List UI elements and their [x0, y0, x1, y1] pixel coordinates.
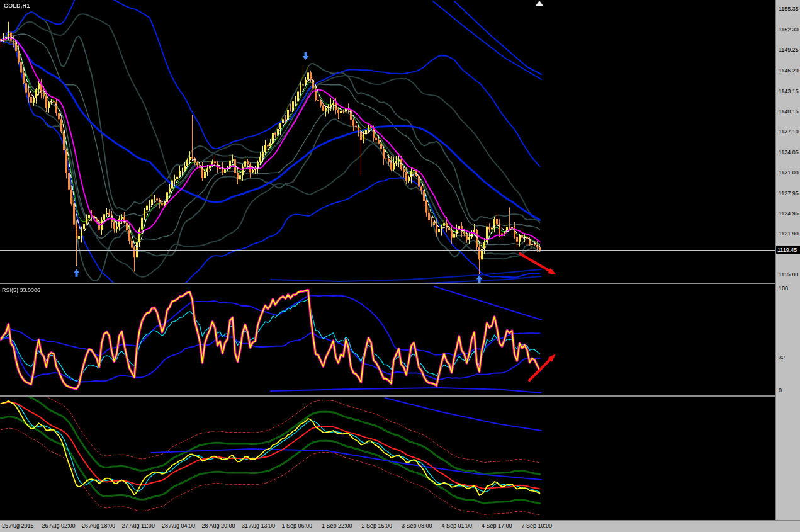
time-scale-label: 26 Aug 18:00 [82, 523, 115, 529]
time-scale[interactable]: 25 Aug 201526 Aug 02:0026 Aug 18:0027 Au… [0, 520, 800, 532]
time-scale-label: 26 Aug 02:00 [42, 523, 76, 529]
time-scale-label: 27 Aug 11:00 [122, 523, 155, 529]
time-scale-label: 3 Sep 08:00 [402, 523, 432, 529]
price-scale-label: 1121.90 [779, 230, 799, 237]
price-scale-label: 1131.00 [779, 169, 799, 176]
time-scale-label: 25 Aug 2015 [2, 523, 34, 529]
price-scale-label: 1152.30 [779, 26, 799, 33]
price-scale-label: 1155.35 [779, 6, 799, 12]
price-scale-label: 1146.20 [779, 67, 799, 74]
time-scale-label: 28 Aug 04:00 [162, 523, 195, 529]
time-scale-label: 7 Sep 10:00 [522, 523, 553, 529]
price-scale[interactable]: 1119.45 1155.351152.301149.251146.201143… [775, 0, 800, 520]
rsi-indicator-label: RSI(5) 33.0306 [2, 287, 40, 293]
time-scale-label: 2 Sep 15:00 [362, 523, 393, 529]
time-scale-label: 31 Aug 13:00 [242, 523, 275, 529]
chart-shift-marker-icon[interactable] [536, 1, 543, 6]
current-price-tag: 1119.45 [776, 246, 800, 254]
time-scale-label: 4 Sep 17:00 [482, 523, 512, 529]
price-scale-label: 1124.95 [779, 210, 799, 217]
time-scale-label: 4 Sep 01:00 [442, 523, 473, 529]
chart-canvas[interactable] [0, 0, 775, 520]
time-scale-label: 1 Sep 06:00 [282, 523, 313, 529]
price-scale-label: 1134.05 [779, 149, 799, 156]
rsi-scale-label: 32 [779, 354, 785, 361]
price-scale-label: 1127.95 [779, 190, 799, 196]
price-scale-label: 1143.15 [779, 88, 799, 94]
time-scale-label: 28 Aug 20:00 [202, 523, 235, 529]
rsi-scale-label: 100 [779, 285, 788, 291]
symbol-timeframe-label: GOLD,H1 [4, 3, 30, 9]
time-scale-label: 1 Sep 22:00 [322, 523, 352, 529]
chart-area[interactable]: GOLD,H1 RSI(5) 33.0306 [0, 0, 775, 520]
rsi-scale-label: 0 [779, 387, 782, 393]
price-scale-label: 1137.10 [779, 128, 799, 135]
mt4-chart-window: GOLD,H1 RSI(5) 33.0306 1119.45 1155.3511… [0, 0, 800, 532]
price-scale-label: 1149.25 [779, 47, 799, 53]
price-scale-label: 1115.80 [779, 271, 798, 278]
price-scale-label: 1140.15 [779, 108, 799, 115]
